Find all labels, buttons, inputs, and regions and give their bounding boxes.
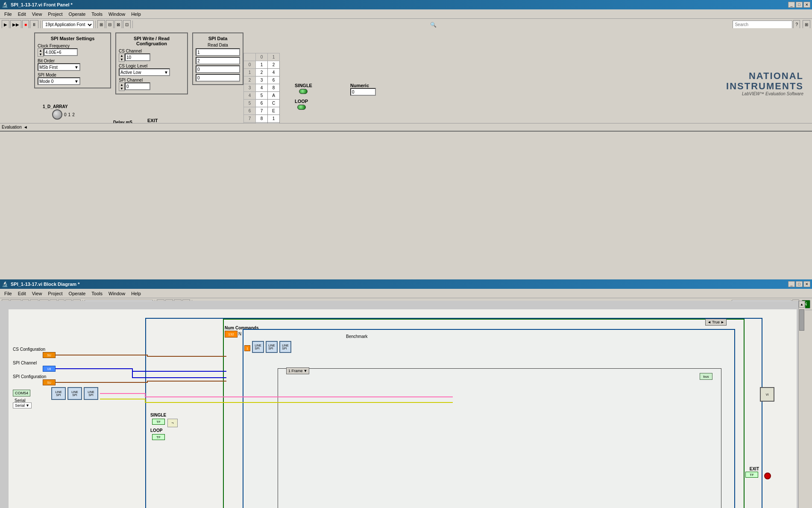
array-display: 0 1 012 124 236 348 45A [243, 53, 280, 132]
loop-area: LOOP [295, 99, 308, 110]
read-data-3: 0 [196, 65, 240, 73]
close-button[interactable]: ✕ [803, 2, 810, 8]
menu-edit[interactable]: Edit [15, 11, 29, 18]
bus-block: bus [700, 373, 712, 380]
clock-freq-label: Clock Frequency [38, 44, 108, 48]
minimize-button[interactable]: _ [788, 2, 795, 8]
menu-tools[interactable]: Tools [89, 11, 105, 18]
line-vi-group: LINESPI LINESPI LINESPI [252, 341, 291, 353]
bit-order-input[interactable]: MSb First▼ [38, 63, 80, 71]
spi-mode-input[interactable]: Mode 0▼ [38, 77, 80, 85]
case-selector-arrow-right[interactable]: ► [721, 320, 724, 324]
spi-master-settings-group: SPI Master Settings Clock Frequency ▲▼ 4… [34, 32, 111, 88]
numeric-display: Numeric 0 [350, 83, 376, 96]
for-loop-inner: 1 Benchmark LINESPI LINESPI LINESPI [243, 329, 735, 508]
lvi-block-1[interactable]: LINESPI [51, 387, 66, 400]
line-vi-3[interactable]: LINESPI [279, 341, 291, 353]
read-data-4: 0 [196, 74, 240, 82]
lvi-block-2[interactable]: LINESPI [67, 387, 82, 400]
bd-menu-project[interactable]: Project [45, 290, 65, 297]
bd-menu-view[interactable]: View [29, 290, 45, 297]
fp-scroll-arrow[interactable]: ◄ [23, 125, 28, 129]
bd-menu-operate[interactable]: Operate [66, 290, 88, 297]
search-icon: 🔍 [430, 22, 437, 28]
bd-close-button[interactable]: ✕ [803, 281, 810, 287]
stop-circle-bd [764, 473, 771, 479]
font-selector[interactable]: 19pt Application Font [42, 21, 94, 29]
outer-vi-right[interactable]: VI [760, 387, 774, 402]
loop-bd-control[interactable]: TF [152, 434, 165, 440]
exit-bd-label: EXIT [750, 467, 759, 471]
loop-led[interactable] [297, 105, 306, 110]
cs-config-block[interactable]: SU [43, 352, 56, 358]
app-icon: 🔬 [2, 2, 8, 8]
bd-maximize-button[interactable]: □ [796, 281, 803, 287]
knob-value-1: 1 [68, 112, 71, 117]
cs-logic-input[interactable]: Active Low▼ [119, 68, 170, 76]
case-structure-frame: ◄ True ► Num Commands 132 N 1 [223, 319, 745, 508]
menu-window[interactable]: Window [106, 11, 128, 18]
front-panel-title: SPI_1-13-17.vi Front Panel * [11, 2, 73, 7]
bd-menu-bar: File Edit View Project Operate Tools Win… [0, 289, 812, 298]
fp-status-label: Evaluation [2, 125, 22, 129]
com54-block[interactable]: COM54 [13, 390, 30, 396]
spi-config-bd-block[interactable]: SU [43, 379, 56, 385]
one-frame-selector[interactable]: 1 Frame▼ [286, 367, 309, 374]
bd-menu-window[interactable]: Window [106, 290, 128, 297]
numeric-value[interactable]: 0 [350, 88, 376, 96]
loop-label: LOOP [295, 99, 308, 104]
loop-const-1: 1 [244, 345, 250, 351]
serial-dropdown[interactable]: Serial▼ [13, 402, 32, 408]
clock-freq-input[interactable]: ▲▼ 4.00E+6 [38, 48, 108, 57]
bit-order-label: Bit Order [38, 59, 108, 63]
ni-logo-sub-fp: LabVIEW™ Evaluation Software [726, 91, 803, 96]
bd-scroll-thumb-right[interactable] [799, 309, 804, 331]
spi-channel-bd-block[interactable]: U8 [43, 366, 56, 372]
num-commands-const-bd: 132 [225, 331, 237, 338]
menu-file[interactable]: File [2, 11, 15, 18]
bd-menu-file[interactable]: File [2, 290, 15, 297]
one-frame-area: Read Data bus [278, 368, 721, 508]
bd-title: SPI_1-13-17.vi Block Diagram * [11, 282, 79, 287]
bd-menu-tools[interactable]: Tools [89, 290, 105, 297]
bd-minimize-button[interactable]: _ [788, 281, 795, 287]
not-gate: ¬ [167, 419, 178, 427]
bd-scroll-up-btn[interactable]: ▲ [799, 301, 805, 308]
spi-data-group: SPI Data Read Data 1 2 0 0 [192, 32, 243, 85]
case-selector-value: True [712, 320, 720, 324]
case-selector-arrow-left[interactable]: ◄ [707, 320, 711, 324]
benchmark-label: Benchmark [346, 334, 368, 339]
spi-channel-label: SPI Channel [119, 78, 185, 82]
num-commands-n-label: N [238, 332, 241, 336]
bd-diagram-area: ◄ True ► Num Commands 132 N 1 [9, 309, 797, 508]
single-bd-control[interactable]: TF [152, 419, 165, 425]
while-loop-frame: ◄ True ► Num Commands 132 N 1 [145, 318, 762, 508]
spi-write-read-title: SPI Write / ReadConfigruation [119, 36, 185, 46]
menu-help[interactable]: Help [129, 11, 144, 18]
menu-project[interactable]: Project [45, 11, 65, 18]
case-selector[interactable]: ◄ True ► [705, 319, 727, 326]
knob[interactable] [52, 109, 62, 120]
front-panel-window: 🔬 SPI_1-13-17.vi Front Panel * _ □ ✕ Fil… [0, 0, 812, 140]
spi-channel-bd-label: SPI Channel [13, 361, 37, 365]
cs-channel-input[interactable]: ▲▼ 10 [119, 53, 185, 62]
bd-menu-edit[interactable]: Edit [15, 290, 29, 297]
spi-channel-input[interactable]: ▲▼ 0 [119, 82, 185, 91]
bd-scrollbar-right[interactable]: ▲ ▼ [798, 301, 805, 508]
cs-logic-label: CS Logic Level [119, 64, 185, 68]
maximize-button[interactable]: □ [796, 2, 803, 8]
menu-view[interactable]: View [29, 11, 45, 18]
knob-value-0: 0 [64, 112, 67, 117]
read-data-1: 1 [196, 48, 240, 56]
line-vi-1[interactable]: LINESPI [252, 341, 264, 353]
single-led[interactable] [299, 89, 308, 94]
ni-logo-name-fp: NATIONALINSTRUMENTS [726, 71, 803, 91]
menu-operate[interactable]: Operate [66, 11, 88, 18]
exit-bd-control[interactable]: TF [745, 472, 758, 478]
spi-mode-label: SPI Mode [38, 73, 108, 77]
bd-menu-help[interactable]: Help [129, 290, 144, 297]
search-input[interactable] [733, 21, 792, 29]
read-data-2: 2 [196, 57, 240, 65]
lvi-block-3[interactable]: LINESPI [84, 387, 98, 400]
line-vi-2[interactable]: LINESPI [266, 341, 278, 353]
